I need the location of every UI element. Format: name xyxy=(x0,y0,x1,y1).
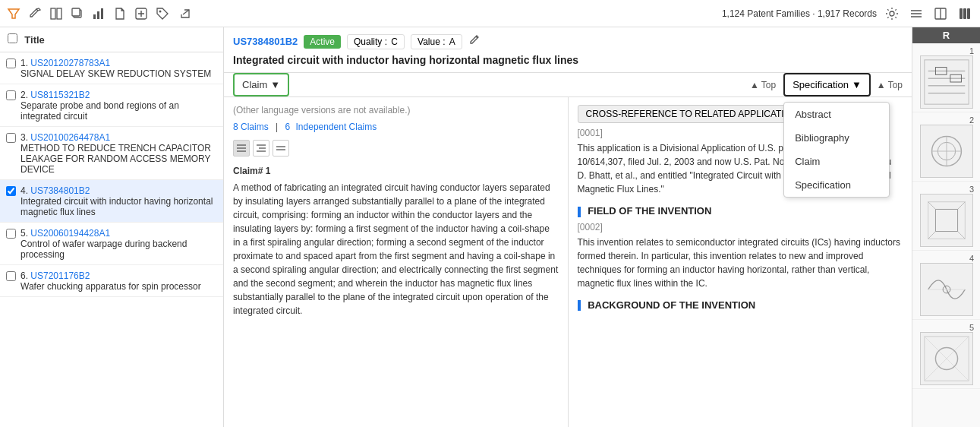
patent-item-id[interactable]: US20100264478A1 xyxy=(30,132,110,143)
dropdown-item-bibliography[interactable]: Bibliography xyxy=(784,126,889,150)
edit-pencil-icon[interactable] xyxy=(468,33,482,49)
main-toolbar: 1,124 Patent Families · 1,917 Records xyxy=(0,0,980,27)
lang-note: (Other language versions are not availab… xyxy=(233,105,559,115)
patent-checkbox[interactable] xyxy=(6,186,16,196)
patent-checkbox[interactable] xyxy=(6,271,16,281)
thumbnail-item-5[interactable]: 5 xyxy=(912,320,980,389)
claims-panel[interactable]: (Other language versions are not availab… xyxy=(224,97,569,427)
patent-item-id[interactable]: US7384801B2 xyxy=(30,185,90,196)
thumbnail-image xyxy=(920,194,973,247)
claim-text: Claim# 1 A method of fabricating an inte… xyxy=(233,164,559,318)
patent-checkbox[interactable] xyxy=(6,133,16,143)
top-button-right[interactable]: ▲ Top xyxy=(877,80,903,90)
value-badge: Value : A xyxy=(411,34,462,49)
quality-badge: Quality : C xyxy=(347,34,405,49)
patent-item-title: SIGNAL DELAY SKEW REDUCTION SYSTEM xyxy=(20,68,217,79)
thumbnail-num: 1 xyxy=(915,46,977,55)
claim-number: Claim# 1 xyxy=(233,164,559,178)
patent-list-item[interactable]: 4. US7384801B2 Integrated circuit with i… xyxy=(0,180,223,223)
claim-dropdown-icon[interactable]: ▼ xyxy=(270,79,280,90)
field-text: This invention relates to semiconductor … xyxy=(578,236,903,290)
patent-item-id[interactable]: US20120278783A1 xyxy=(30,58,110,68)
claims-count: 8 Claims | 6 Independent Claims xyxy=(233,122,559,132)
thumbnail-item-3[interactable]: 3 xyxy=(912,182,980,251)
patent-list-item[interactable]: 2. US8115321B2 Separate probe and bond r… xyxy=(0,84,223,127)
main-layout: Title 1. US20120278783A1 SIGNAL DELAY SK… xyxy=(0,27,980,427)
svg-rect-31 xyxy=(921,56,972,108)
claims-num: 8 xyxy=(233,122,238,132)
patent-list-item[interactable]: 5. US20060194428A1 Control of wafer warp… xyxy=(0,223,223,265)
patent-list-item[interactable]: 3. US20100264478A1 METHOD TO REDUCE TREN… xyxy=(0,127,223,180)
svg-point-11 xyxy=(159,10,162,12)
dropdown-item-abstract[interactable]: Abstract xyxy=(784,103,889,126)
columns-view-icon[interactable] xyxy=(956,5,974,23)
format-plain-icon[interactable] xyxy=(273,140,289,157)
patent-item-id[interactable]: US8115321B2 xyxy=(30,90,90,100)
view-icon[interactable] xyxy=(49,6,64,21)
format-indent-icon[interactable] xyxy=(253,140,269,157)
select-all-checkbox[interactable] xyxy=(8,33,17,43)
right-thumbnails-panel: R 1 2 3 4 5 xyxy=(912,27,980,427)
svg-rect-5 xyxy=(93,14,96,19)
chart-icon[interactable] xyxy=(91,6,106,21)
patent-checkbox[interactable] xyxy=(6,90,16,100)
patent-title: Integrated circuit with inductor having … xyxy=(233,54,903,66)
patent-item-title: Control of wafer warpage during backend … xyxy=(20,239,217,260)
dropdown-item-claim[interactable]: Claim xyxy=(784,150,889,173)
para-0002: [0002] xyxy=(578,222,903,232)
patent-item-content: 1. US20120278783A1 SIGNAL DELAY SKEW RED… xyxy=(20,57,217,79)
background-section-header: BACKGROUND OF THE INVENTION xyxy=(578,299,903,312)
patent-list-item[interactable]: 1. US20120278783A1 SIGNAL DELAY SKEW RED… xyxy=(0,52,223,84)
value-value: A xyxy=(449,36,455,47)
svg-line-12 xyxy=(183,10,189,14)
thumbnail-num: 2 xyxy=(915,115,977,125)
share-icon[interactable] xyxy=(176,6,191,21)
specification-dropdown-icon: ▼ xyxy=(852,79,862,90)
thumbnail-image xyxy=(920,263,973,316)
list-view-icon[interactable] xyxy=(907,5,925,23)
quality-value: C xyxy=(391,36,398,47)
thumbnail-r-label[interactable]: R xyxy=(912,27,980,43)
patent-item-id[interactable]: US20060194428A1 xyxy=(30,228,110,239)
top-button-left[interactable]: ▲ Top xyxy=(750,80,776,90)
patent-item-id[interactable]: US7201176B2 xyxy=(30,270,90,281)
patent-item-title: Wafer chucking apparatus for spin proces… xyxy=(20,281,217,292)
settings-icon[interactable] xyxy=(883,5,901,23)
thumbnail-item-1[interactable]: 1 xyxy=(912,43,980,112)
independent-num: 6 xyxy=(285,122,291,132)
thumbnail-item-2[interactable]: 2 xyxy=(912,112,980,182)
pencil-icon[interactable] xyxy=(27,6,43,21)
patent-item-title: Integrated circuit with inductor having … xyxy=(20,196,217,217)
patent-id-link[interactable]: US7384801B2 xyxy=(233,36,298,47)
patent-list-item[interactable]: 6. US7201176B2 Wafer chucking apparatus … xyxy=(0,265,223,297)
dropdown-item-specification[interactable]: Specification xyxy=(784,173,889,197)
thumbnail-item-4[interactable]: 4 xyxy=(912,251,980,320)
patent-checkbox[interactable] xyxy=(6,229,16,239)
claim-body: A method of fabricating an integrated ci… xyxy=(233,181,559,318)
patent-header-row: US7384801B2 Active Quality : C Value : A xyxy=(233,33,903,49)
column-header: Title xyxy=(0,27,223,52)
claim-tab[interactable]: Claim ▼ xyxy=(233,73,289,96)
add-icon[interactable] xyxy=(134,6,149,21)
specification-dropdown-menu: Abstract Bibliography Claim Specificatio… xyxy=(783,102,890,198)
format-icons xyxy=(233,140,559,157)
thumbnail-num: 3 xyxy=(915,185,977,194)
independent-label: Independent Claims xyxy=(296,122,377,132)
filter-icon[interactable] xyxy=(6,6,21,21)
svg-rect-20 xyxy=(963,8,966,19)
tag-icon[interactable] xyxy=(155,6,170,21)
patent-checkbox[interactable] xyxy=(6,59,16,68)
specification-tab[interactable]: Specification ▼ xyxy=(783,73,871,96)
claims-label: Claims xyxy=(241,122,269,132)
field-section-header: FIELD OF THE INVENTION xyxy=(578,205,903,217)
split-view-icon[interactable] xyxy=(931,5,950,23)
svg-rect-21 xyxy=(967,8,970,19)
copy-icon[interactable] xyxy=(70,6,85,21)
file-icon[interactable] xyxy=(112,6,128,21)
chevron-up-icon-left: ▲ xyxy=(750,80,759,90)
svg-rect-7 xyxy=(101,8,103,19)
left-panel: Title 1. US20120278783A1 SIGNAL DELAY SK… xyxy=(0,27,224,427)
format-list-icon[interactable] xyxy=(233,140,250,157)
chevron-up-icon-right: ▲ xyxy=(877,80,886,90)
section-select[interactable]: CROSS-REFERENCE TO RELATED APPLICATION xyxy=(578,105,817,123)
